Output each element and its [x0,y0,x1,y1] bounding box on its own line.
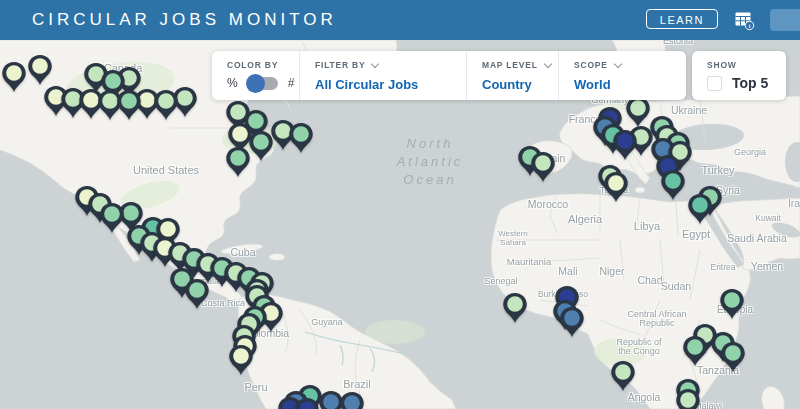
chevron-down-icon [371,59,379,67]
map-pin[interactable] [720,341,746,373]
chevron-down-icon [614,59,622,67]
scope-value[interactable]: World [574,77,686,92]
scope-dropdown[interactable]: SCOPE World [558,51,686,100]
scope-label: SCOPE [574,60,608,70]
map-pin[interactable] [248,130,274,162]
learn-button[interactable]: LEARN [646,9,718,29]
toggle-knob[interactable] [246,74,265,93]
count-option[interactable]: # [288,76,295,90]
map-pin[interactable] [294,397,320,409]
map-pin[interactable] [225,146,251,178]
map-level-dropdown[interactable]: MAP LEVEL Country [466,51,558,100]
map-pin[interactable] [502,292,528,324]
map-pin[interactable] [530,151,556,183]
map-pin[interactable] [99,202,125,234]
map-pin[interactable] [228,344,254,376]
app-title: CIRCULAR JOBS MONITOR [32,10,337,30]
map-pin[interactable] [719,288,745,320]
map-pin[interactable] [610,360,636,392]
map-pin[interactable] [603,171,629,203]
map-pin[interactable] [184,278,210,310]
color-by-section: COLOR BY % # [212,51,299,100]
color-by-toggle[interactable] [248,77,278,90]
partial-button[interactable] [770,9,800,31]
filter-toolbar: COLOR BY % # FILTER BY All Circular Jobs… [212,51,686,100]
map-pin[interactable] [27,54,53,86]
map-pin[interactable] [288,122,314,154]
map-pin[interactable] [1,61,27,93]
map-pin[interactable] [153,89,179,121]
app-header: CIRCULAR JOBS MONITOR LEARN i [0,0,800,40]
app-window: CanadaUnited StatesCubaGuatemalaCosta Ri… [0,0,800,409]
map-level-label: MAP LEVEL [482,60,538,70]
map-pin[interactable] [687,193,713,225]
top5-checkbox[interactable] [707,76,722,91]
show-panel: SHOW Top 5 [692,51,786,100]
map-pin[interactable] [675,388,701,409]
map-pin[interactable] [339,391,365,409]
show-section: SHOW Top 5 [692,51,768,100]
chevron-down-icon [543,59,551,67]
map-pin[interactable] [116,89,142,121]
map-pin[interactable] [625,96,651,128]
percent-option[interactable]: % [227,76,238,90]
filter-by-value[interactable]: All Circular Jobs [315,77,466,92]
map-pin[interactable] [559,306,585,338]
map-pin[interactable] [612,129,638,161]
table-info-icon[interactable]: i [734,10,755,31]
top5-label[interactable]: Top 5 [732,75,768,91]
show-label: SHOW [707,60,768,70]
filter-by-dropdown[interactable]: FILTER BY All Circular Jobs [299,51,466,100]
map-pin[interactable] [682,335,708,367]
map-level-value[interactable]: Country [482,77,558,92]
color-by-label: COLOR BY [227,60,299,70]
filter-by-label: FILTER BY [315,60,365,70]
map-pin[interactable] [660,169,686,201]
